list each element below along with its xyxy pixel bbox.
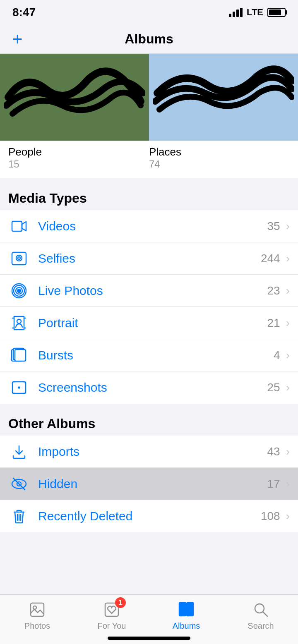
albums-tab-label: Albums — [173, 621, 200, 631]
albums-tab-icon — [177, 601, 195, 619]
svg-rect-11 — [15, 350, 26, 361]
places-label: Places — [149, 146, 290, 158]
svg-rect-1 — [12, 252, 26, 265]
media-types-list: Videos 35 › Selfies 244 › Live Photos 23 — [0, 210, 298, 404]
svg-point-3 — [18, 257, 20, 259]
redacted-images — [0, 54, 298, 141]
search-tab-label: Search — [248, 621, 274, 631]
svg-point-8 — [17, 319, 21, 323]
list-item-imports[interactable]: Imports 43 › — [0, 436, 298, 468]
recently-deleted-icon — [8, 505, 30, 527]
search-tab-icon — [252, 601, 270, 619]
people-item[interactable]: People 15 — [8, 146, 149, 170]
selfies-count: 244 — [261, 252, 280, 265]
other-albums-list: Imports 43 › Hidden 17 › Re — [0, 436, 298, 532]
tab-photos[interactable]: Photos — [0, 601, 74, 631]
hidden-label: Hidden — [38, 477, 267, 491]
bursts-chevron: › — [286, 349, 290, 362]
portrait-count: 21 — [267, 316, 280, 330]
screenshots-icon — [8, 377, 30, 398]
places-image[interactable] — [149, 54, 298, 141]
list-item-bursts[interactable]: Bursts 4 › — [0, 339, 298, 371]
live-photos-count: 23 — [267, 284, 280, 297]
imports-count: 43 — [267, 445, 280, 458]
list-item-live-photos[interactable]: Live Photos 23 › — [0, 275, 298, 307]
hidden-chevron: › — [286, 477, 290, 491]
selfies-label: Selfies — [38, 251, 261, 266]
live-photos-chevron: › — [286, 284, 290, 297]
selfies-icon — [8, 248, 30, 269]
hidden-count: 17 — [267, 477, 280, 491]
people-image[interactable] — [0, 54, 149, 141]
page-title: Albums — [125, 31, 173, 47]
bursts-count: 4 — [274, 349, 280, 362]
status-bar: 8:47 LTE — [0, 0, 298, 25]
photos-tab-label: Photos — [24, 621, 50, 631]
videos-chevron: › — [286, 220, 290, 233]
svg-rect-21 — [187, 605, 193, 616]
screenshots-chevron: › — [286, 381, 290, 394]
bursts-icon — [8, 345, 30, 366]
portrait-label: Portrait — [38, 316, 267, 330]
media-types-title: Media Types — [8, 191, 87, 206]
screenshots-count: 25 — [267, 381, 280, 394]
for-you-tab-icon: 1 — [103, 601, 121, 619]
videos-count: 35 — [267, 220, 280, 233]
list-item-selfies[interactable]: Selfies 244 › — [0, 242, 298, 275]
svg-point-5 — [17, 289, 21, 292]
tab-search[interactable]: Search — [223, 601, 298, 631]
imports-icon — [8, 441, 30, 462]
add-album-button[interactable]: + — [12, 31, 23, 48]
people-label: People — [8, 146, 149, 158]
nav-bar: + Albums — [0, 25, 298, 54]
for-you-badge: 1 — [115, 597, 126, 608]
recently-deleted-count: 108 — [261, 510, 280, 523]
lte-label: LTE — [247, 7, 263, 18]
people-count: 15 — [8, 158, 149, 170]
videos-label: Videos — [38, 219, 267, 233]
for-you-tab-label: For You — [98, 621, 126, 631]
list-item-recently-deleted[interactable]: Recently Deleted 108 › — [0, 500, 298, 532]
other-albums-title: Other Albums — [8, 416, 95, 431]
bursts-label: Bursts — [38, 348, 274, 362]
portrait-icon — [8, 312, 30, 334]
tab-albums[interactable]: Albums — [149, 601, 223, 631]
places-count: 74 — [149, 158, 290, 170]
status-time: 8:47 — [12, 6, 36, 19]
recently-deleted-chevron: › — [286, 510, 290, 523]
svg-rect-0 — [12, 221, 22, 231]
live-photos-label: Live Photos — [38, 284, 267, 298]
svg-line-25 — [263, 612, 267, 616]
recently-deleted-label: Recently Deleted — [38, 509, 261, 523]
media-types-header: Media Types — [0, 178, 298, 210]
list-item-videos[interactable]: Videos 35 › — [0, 210, 298, 242]
selfies-chevron: › — [286, 252, 290, 265]
tab-for-you[interactable]: 1 For You — [74, 601, 149, 631]
svg-rect-20 — [179, 605, 186, 616]
imports-chevron: › — [286, 445, 290, 458]
svg-rect-23 — [187, 603, 193, 606]
battery-icon — [267, 8, 286, 17]
svg-point-2 — [16, 255, 22, 261]
people-places-labels: People 15 Places 74 — [0, 141, 298, 178]
list-item-portrait[interactable]: Portrait 21 › — [0, 307, 298, 339]
list-item-hidden[interactable]: Hidden 17 › — [0, 468, 298, 500]
status-icons: LTE — [229, 7, 286, 18]
people-places-section: People 15 Places 74 — [0, 54, 298, 178]
videos-icon — [8, 215, 30, 237]
other-albums-header: Other Albums — [0, 404, 298, 436]
places-item[interactable]: Places 74 — [149, 146, 290, 170]
live-photos-icon — [8, 280, 30, 302]
svg-rect-17 — [31, 603, 44, 616]
list-item-screenshots[interactable]: Screenshots 25 › — [0, 371, 298, 404]
hidden-icon — [8, 473, 30, 495]
svg-point-13 — [19, 387, 20, 388]
portrait-chevron: › — [286, 316, 290, 330]
svg-point-18 — [33, 606, 36, 609]
photos-tab-icon — [28, 601, 46, 619]
home-indicator — [108, 637, 190, 640]
screenshots-label: Screenshots — [38, 381, 267, 395]
signal-bars-icon — [229, 8, 243, 17]
imports-label: Imports — [38, 445, 267, 459]
svg-rect-22 — [179, 603, 186, 606]
